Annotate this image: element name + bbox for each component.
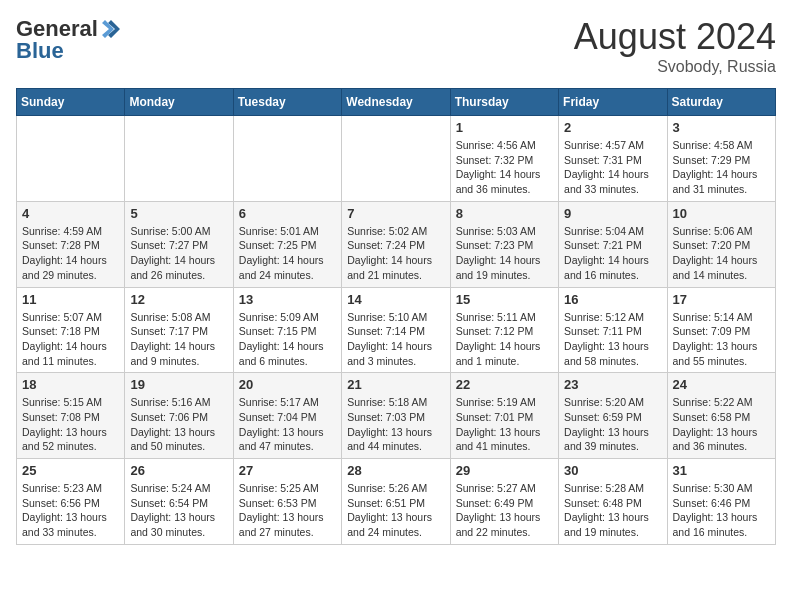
calendar-cell: 8Sunrise: 5:03 AMSunset: 7:23 PMDaylight…: [450, 201, 558, 287]
day-number: 25: [22, 463, 119, 478]
header-wednesday: Wednesday: [342, 89, 450, 116]
day-info: Sunrise: 5:02 AMSunset: 7:24 PMDaylight:…: [347, 224, 444, 283]
day-info: Sunrise: 5:04 AMSunset: 7:21 PMDaylight:…: [564, 224, 661, 283]
day-info: Sunrise: 5:09 AMSunset: 7:15 PMDaylight:…: [239, 310, 336, 369]
day-info: Sunrise: 5:28 AMSunset: 6:48 PMDaylight:…: [564, 481, 661, 540]
day-number: 12: [130, 292, 227, 307]
day-info: Sunrise: 5:06 AMSunset: 7:20 PMDaylight:…: [673, 224, 770, 283]
calendar-week-1: 1Sunrise: 4:56 AMSunset: 7:32 PMDaylight…: [17, 116, 776, 202]
day-info: Sunrise: 4:59 AMSunset: 7:28 PMDaylight:…: [22, 224, 119, 283]
day-info: Sunrise: 5:24 AMSunset: 6:54 PMDaylight:…: [130, 481, 227, 540]
header-monday: Monday: [125, 89, 233, 116]
page-header: General Blue August 2024 Svobody, Russia: [16, 16, 776, 76]
title-block: August 2024 Svobody, Russia: [574, 16, 776, 76]
day-info: Sunrise: 5:16 AMSunset: 7:06 PMDaylight:…: [130, 395, 227, 454]
day-number: 7: [347, 206, 444, 221]
day-number: 3: [673, 120, 770, 135]
calendar-cell: 25Sunrise: 5:23 AMSunset: 6:56 PMDayligh…: [17, 459, 125, 545]
calendar-cell: 18Sunrise: 5:15 AMSunset: 7:08 PMDayligh…: [17, 373, 125, 459]
calendar-cell: [17, 116, 125, 202]
day-info: Sunrise: 5:30 AMSunset: 6:46 PMDaylight:…: [673, 481, 770, 540]
logo-blue: Blue: [16, 38, 64, 64]
calendar-cell: 21Sunrise: 5:18 AMSunset: 7:03 PMDayligh…: [342, 373, 450, 459]
calendar-cell: 24Sunrise: 5:22 AMSunset: 6:58 PMDayligh…: [667, 373, 775, 459]
calendar-table: Sunday Monday Tuesday Wednesday Thursday…: [16, 88, 776, 545]
day-number: 28: [347, 463, 444, 478]
day-number: 23: [564, 377, 661, 392]
logo: General Blue: [16, 16, 122, 64]
day-info: Sunrise: 5:12 AMSunset: 7:11 PMDaylight:…: [564, 310, 661, 369]
calendar-cell: [125, 116, 233, 202]
calendar-cell: 6Sunrise: 5:01 AMSunset: 7:25 PMDaylight…: [233, 201, 341, 287]
calendar-cell: 31Sunrise: 5:30 AMSunset: 6:46 PMDayligh…: [667, 459, 775, 545]
calendar-cell: 4Sunrise: 4:59 AMSunset: 7:28 PMDaylight…: [17, 201, 125, 287]
day-info: Sunrise: 5:03 AMSunset: 7:23 PMDaylight:…: [456, 224, 553, 283]
day-number: 22: [456, 377, 553, 392]
header-sunday: Sunday: [17, 89, 125, 116]
day-info: Sunrise: 5:23 AMSunset: 6:56 PMDaylight:…: [22, 481, 119, 540]
day-info: Sunrise: 5:07 AMSunset: 7:18 PMDaylight:…: [22, 310, 119, 369]
calendar-cell: 2Sunrise: 4:57 AMSunset: 7:31 PMDaylight…: [559, 116, 667, 202]
day-info: Sunrise: 5:11 AMSunset: 7:12 PMDaylight:…: [456, 310, 553, 369]
calendar-cell: 1Sunrise: 4:56 AMSunset: 7:32 PMDaylight…: [450, 116, 558, 202]
day-info: Sunrise: 5:08 AMSunset: 7:17 PMDaylight:…: [130, 310, 227, 369]
calendar-header-row: Sunday Monday Tuesday Wednesday Thursday…: [17, 89, 776, 116]
day-info: Sunrise: 5:22 AMSunset: 6:58 PMDaylight:…: [673, 395, 770, 454]
calendar-cell: 16Sunrise: 5:12 AMSunset: 7:11 PMDayligh…: [559, 287, 667, 373]
day-number: 18: [22, 377, 119, 392]
day-number: 19: [130, 377, 227, 392]
calendar-cell: 30Sunrise: 5:28 AMSunset: 6:48 PMDayligh…: [559, 459, 667, 545]
day-number: 21: [347, 377, 444, 392]
day-info: Sunrise: 4:57 AMSunset: 7:31 PMDaylight:…: [564, 138, 661, 197]
day-number: 14: [347, 292, 444, 307]
day-number: 24: [673, 377, 770, 392]
calendar-cell: 28Sunrise: 5:26 AMSunset: 6:51 PMDayligh…: [342, 459, 450, 545]
calendar-week-4: 18Sunrise: 5:15 AMSunset: 7:08 PMDayligh…: [17, 373, 776, 459]
header-tuesday: Tuesday: [233, 89, 341, 116]
calendar-week-5: 25Sunrise: 5:23 AMSunset: 6:56 PMDayligh…: [17, 459, 776, 545]
day-info: Sunrise: 4:56 AMSunset: 7:32 PMDaylight:…: [456, 138, 553, 197]
day-info: Sunrise: 5:01 AMSunset: 7:25 PMDaylight:…: [239, 224, 336, 283]
day-info: Sunrise: 5:14 AMSunset: 7:09 PMDaylight:…: [673, 310, 770, 369]
calendar-cell: 3Sunrise: 4:58 AMSunset: 7:29 PMDaylight…: [667, 116, 775, 202]
calendar-cell: 5Sunrise: 5:00 AMSunset: 7:27 PMDaylight…: [125, 201, 233, 287]
day-info: Sunrise: 5:10 AMSunset: 7:14 PMDaylight:…: [347, 310, 444, 369]
day-number: 31: [673, 463, 770, 478]
subtitle: Svobody, Russia: [574, 58, 776, 76]
day-info: Sunrise: 4:58 AMSunset: 7:29 PMDaylight:…: [673, 138, 770, 197]
day-number: 1: [456, 120, 553, 135]
day-info: Sunrise: 5:17 AMSunset: 7:04 PMDaylight:…: [239, 395, 336, 454]
day-number: 5: [130, 206, 227, 221]
calendar-cell: 13Sunrise: 5:09 AMSunset: 7:15 PMDayligh…: [233, 287, 341, 373]
day-number: 30: [564, 463, 661, 478]
day-info: Sunrise: 5:27 AMSunset: 6:49 PMDaylight:…: [456, 481, 553, 540]
day-info: Sunrise: 5:26 AMSunset: 6:51 PMDaylight:…: [347, 481, 444, 540]
day-number: 20: [239, 377, 336, 392]
day-number: 4: [22, 206, 119, 221]
calendar-cell: 11Sunrise: 5:07 AMSunset: 7:18 PMDayligh…: [17, 287, 125, 373]
calendar-cell: 22Sunrise: 5:19 AMSunset: 7:01 PMDayligh…: [450, 373, 558, 459]
day-number: 16: [564, 292, 661, 307]
calendar-cell: 9Sunrise: 5:04 AMSunset: 7:21 PMDaylight…: [559, 201, 667, 287]
calendar-cell: 19Sunrise: 5:16 AMSunset: 7:06 PMDayligh…: [125, 373, 233, 459]
day-number: 11: [22, 292, 119, 307]
header-saturday: Saturday: [667, 89, 775, 116]
calendar-week-3: 11Sunrise: 5:07 AMSunset: 7:18 PMDayligh…: [17, 287, 776, 373]
day-info: Sunrise: 5:20 AMSunset: 6:59 PMDaylight:…: [564, 395, 661, 454]
day-number: 6: [239, 206, 336, 221]
calendar-cell: 7Sunrise: 5:02 AMSunset: 7:24 PMDaylight…: [342, 201, 450, 287]
day-number: 10: [673, 206, 770, 221]
calendar-cell: 10Sunrise: 5:06 AMSunset: 7:20 PMDayligh…: [667, 201, 775, 287]
calendar-cell: 20Sunrise: 5:17 AMSunset: 7:04 PMDayligh…: [233, 373, 341, 459]
calendar-cell: 27Sunrise: 5:25 AMSunset: 6:53 PMDayligh…: [233, 459, 341, 545]
day-info: Sunrise: 5:18 AMSunset: 7:03 PMDaylight:…: [347, 395, 444, 454]
calendar-cell: 12Sunrise: 5:08 AMSunset: 7:17 PMDayligh…: [125, 287, 233, 373]
header-thursday: Thursday: [450, 89, 558, 116]
calendar-cell: 17Sunrise: 5:14 AMSunset: 7:09 PMDayligh…: [667, 287, 775, 373]
calendar-cell: 15Sunrise: 5:11 AMSunset: 7:12 PMDayligh…: [450, 287, 558, 373]
day-info: Sunrise: 5:25 AMSunset: 6:53 PMDaylight:…: [239, 481, 336, 540]
calendar-cell: 23Sunrise: 5:20 AMSunset: 6:59 PMDayligh…: [559, 373, 667, 459]
day-number: 2: [564, 120, 661, 135]
day-number: 8: [456, 206, 553, 221]
calendar-cell: [342, 116, 450, 202]
